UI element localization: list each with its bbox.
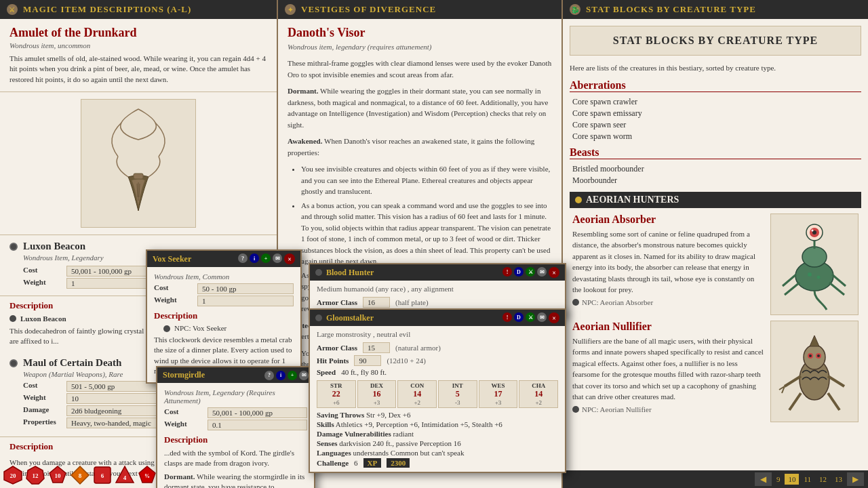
storm-content: Wondrous Item, Legendary (Requires Attun… [157,383,314,488]
aberrations-header: Aberrations [570,79,861,92]
luxon-title: Luxon Beacon [23,241,85,252]
blood-icon-2[interactable]: D [514,267,524,277]
maul-dot [9,359,18,367]
vox-subtitle: Wondrous Item, Common [154,272,294,281]
next-button[interactable]: ▶ [847,472,864,486]
gloom-hp-note: (12d10 + 24) [387,357,426,365]
ability-con: CON 14 +2 [397,380,437,408]
bottom-nav: ◀ 9 10 11 12 13 ▶ [563,470,868,488]
vox-npc-label: NPC: Vox Seeker [174,324,226,332]
absorber-card: Aeorian Absorber Resembling some sort of… [570,214,861,315]
absorber-desc: Resembling some sort of canine or feline… [572,228,764,296]
blood-close[interactable]: × [549,267,559,278]
page-11[interactable]: 11 [800,474,814,485]
right-content[interactable]: STAT BLOCKS BY CREATURE TYPE Here are li… [563,19,868,470]
nullifier-name: Aeorian Nullifier [572,321,764,333]
blood-type: Medium humanoid (any race) , any alignme… [317,285,558,293]
storm-icon-2[interactable]: i [276,371,285,380]
page-13[interactable]: 13 [831,474,846,485]
svg-point-20 [817,354,820,357]
storm-cost-label: Cost [164,407,205,418]
page-9[interactable]: 9 [773,474,784,485]
storm-weight-value: 0.1 [208,420,307,430]
gloom-icon-4[interactable]: ✉ [537,312,547,322]
svg-marker-16 [810,336,819,346]
right-panel-header: 🐉 STAT BLOCKS BY CREATURE TYPE [563,0,868,19]
gloom-header: Gloomstalker ! D ⚔ ✉ × [310,310,565,326]
maul-damage-label: Damage [23,405,64,416]
gloom-icon-1[interactable]: ! [502,312,512,322]
gloom-icon-2[interactable]: D [514,312,524,322]
gloom-content: Large monstrosity , neutral evil Armor C… [310,326,565,472]
gloom-close[interactable]: × [549,312,559,323]
amulet-section: Amulet of the Drunkard Wondrous item, un… [0,19,277,92]
left-panel-header: ⚔ MAGIC ITEM DESCRIPTIONS (A-L) [0,0,277,19]
weight-label: Weight [23,278,64,289]
blood-icon-3[interactable]: ⚔ [526,267,535,277]
gloom-icon-3[interactable]: ⚔ [526,312,535,322]
gloom-ac-value: 15 [363,342,390,353]
gloom-window-icons: ! D ⚔ ✉ × [502,312,559,323]
vox-icon-1[interactable]: ? [238,253,248,263]
ability-str: STR 22 +6 [317,380,356,408]
creature-core-seer[interactable]: Core spawn seer [572,119,861,131]
gloom-xp-label: XP [363,458,382,468]
gloom-type: Large monstrosity , neutral evil [317,330,558,338]
vox-icon-2[interactable]: i [250,253,259,263]
vox-weight-label: Weight [154,296,195,306]
blood-ac-note: (half plate) [395,298,429,306]
blood-ac-label: Armor Class [317,298,357,306]
right-panel-icon: 🐉 [570,4,580,15]
page-10[interactable]: 10 [785,474,799,485]
svg-line-8 [783,274,796,286]
svg-line-23 [785,376,801,386]
blood-title: Blood Hunter [326,268,374,278]
cost-label: Cost [23,266,64,277]
vox-header: Vox Seeker ? i + ✉ × [147,251,300,267]
storm-icon-4[interactable]: ✉ [299,371,309,380]
blood-ac-value: 16 [363,297,390,308]
nullifier-desc: Nullifiers are the bane of all magic use… [572,336,764,403]
vox-desc-header: Description [154,310,294,321]
storm-icon-3[interactable]: + [288,371,297,380]
svg-point-7 [811,230,813,232]
nullifier-image [770,321,859,422]
blood-icon-4[interactable]: ✉ [537,267,547,277]
right-intro: Here are lists of the creatures in this … [570,62,861,74]
danoth-title: Danoth's Visor [288,26,552,40]
svg-point-12 [808,272,812,277]
vox-close[interactable]: × [284,253,295,264]
amulet-title: Amulet of the Drunkard [9,26,267,40]
creature-core-emissary[interactable]: Core spawn emissary [572,108,861,119]
absorber-image [770,214,859,315]
storm-desc-header: Description [164,434,307,445]
gloom-languages: Languages understands Common but can't s… [317,449,558,457]
vox-window: Vox Seeker ? i + ✉ × Wondrous Item, Comm… [146,249,302,384]
storm-icon-1[interactable]: ? [264,371,274,380]
page-12[interactable]: 12 [816,474,830,485]
svg-line-22 [828,393,840,410]
left-panel-icon: ⚔ [7,4,18,15]
creature-core-worm[interactable]: Core spawn worm [572,131,861,142]
creature-core-crawler[interactable]: Core spawn crawler [572,96,861,108]
storm-cost-value: 50,001 - 100,000 gp [208,407,307,418]
left-panel-title: MAGIC ITEM DESCRIPTIONS (A-L) [23,4,191,15]
gloom-xp-value: 2300 [387,458,410,468]
storm-window: Stormgirdle ? i + ✉ Wondrous Item, Legen… [156,366,315,488]
blood-icon-1[interactable]: ! [502,267,512,277]
gloom-saving: Saving Throws Str +9, Dex +6 [317,411,558,419]
vox-cost-value: 50 - 100 gp [197,283,294,294]
creature-moorbounder[interactable]: Moorbounder [572,175,861,186]
vox-weight-value: 1 [197,296,294,306]
middle-panel-icon: ✦ [285,4,296,15]
gloom-senses: Senses darkvision 240 ft., passive Perce… [317,439,558,447]
creature-bristled[interactable]: Bristled moorbounder [572,163,861,175]
amulet-image-container [0,92,277,235]
ability-wis: WES 17 +3 [479,380,518,408]
vox-icon-3[interactable]: + [261,253,271,263]
gloom-window: Gloomstalker ! D ⚔ ✉ × Large monstrosity… [309,308,566,473]
vox-icon-4[interactable]: ✉ [273,253,282,263]
prev-button[interactable]: ◀ [755,472,772,486]
gloom-ac-label: Armor Class [317,344,357,352]
luxon-desc-text: Luxon Beacon [20,314,66,324]
